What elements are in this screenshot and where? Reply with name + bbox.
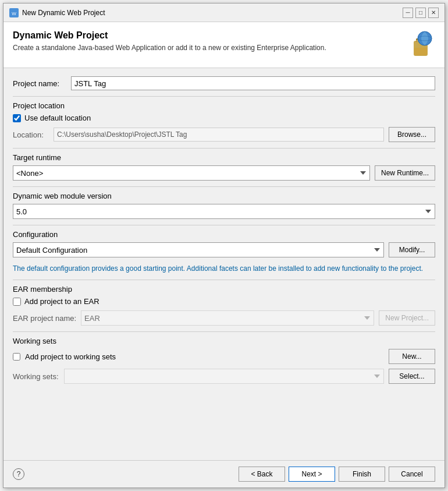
ear-project-name-select: EAR xyxy=(81,310,374,326)
header-section: Dynamic Web Project Create a standalone … xyxy=(3,22,445,68)
finish-button[interactable]: Finish xyxy=(339,467,385,482)
location-label: Location: xyxy=(13,130,54,139)
add-ear-label[interactable]: Add project to an EAR xyxy=(24,297,99,306)
configuration-row: Default Configuration Modify... xyxy=(13,242,435,257)
configuration-section-label: Configuration xyxy=(13,230,435,239)
config-description: The default configuration provides a goo… xyxy=(13,263,435,274)
close-button[interactable]: ✕ xyxy=(428,8,439,18)
module-version-select[interactable]: 5.0 xyxy=(13,204,435,219)
header-description: Create a standalone Java-based Web Appli… xyxy=(13,43,400,53)
ear-project-name-label: EAR project name: xyxy=(13,314,76,323)
add-working-sets-checkbox[interactable] xyxy=(13,353,20,361)
project-location-section-label: Project location xyxy=(13,101,435,110)
add-ear-checkbox[interactable] xyxy=(13,298,21,306)
module-version-row: 5.0 xyxy=(13,204,435,219)
new-project-button: New Project... xyxy=(379,310,435,326)
module-version-section-label: Dynamic web module version xyxy=(13,192,435,200)
target-runtime-section-label: Target runtime xyxy=(13,153,435,162)
footer-left: ? xyxy=(13,468,24,480)
divider-3 xyxy=(13,186,435,187)
divider-2 xyxy=(13,148,435,149)
select-working-sets-button[interactable]: Select... xyxy=(389,369,435,384)
dialog-window: W New Dynamic Web Project ─ □ ✕ Dynamic … xyxy=(3,3,445,488)
add-ear-row: Add project to an EAR xyxy=(13,297,435,306)
target-runtime-row: <None> New Runtime... xyxy=(13,165,435,181)
svg-rect-8 xyxy=(414,48,427,55)
new-runtime-button[interactable]: New Runtime... xyxy=(375,165,435,181)
working-sets-label: Working sets: xyxy=(13,372,59,381)
back-button[interactable]: < Back xyxy=(239,467,285,482)
help-button[interactable]: ? xyxy=(13,468,24,480)
title-bar: W New Dynamic Web Project ─ □ ✕ xyxy=(3,3,445,22)
divider-5 xyxy=(13,280,435,280)
header-icon xyxy=(406,30,435,59)
location-input[interactable] xyxy=(54,128,384,142)
configuration-select[interactable]: Default Configuration xyxy=(13,242,384,257)
title-bar-left: W New Dynamic Web Project xyxy=(9,8,105,17)
browse-button[interactable]: Browse... xyxy=(389,127,435,142)
working-sets-row: Working sets: Select... xyxy=(13,369,435,384)
working-sets-select xyxy=(64,369,384,384)
header-text: Dynamic Web Project Create a standalone … xyxy=(13,30,400,53)
add-working-sets-label[interactable]: Add project to working sets xyxy=(25,352,384,361)
working-sets-section-label: Working sets xyxy=(13,337,435,345)
target-runtime-select[interactable]: <None> xyxy=(13,165,370,181)
ear-project-name-row: EAR project name: EAR New Project... xyxy=(13,310,435,326)
project-name-row: Project name: xyxy=(13,76,435,90)
divider-1 xyxy=(13,96,435,97)
divider-4 xyxy=(13,225,435,225)
header-title: Dynamic Web Project xyxy=(13,30,400,41)
footer: ? < Back Next > Finish Cancel xyxy=(3,460,445,488)
window-controls: ─ □ ✕ xyxy=(403,8,439,18)
window-icon: W xyxy=(9,8,19,17)
divider-6 xyxy=(13,331,435,332)
minimize-button[interactable]: ─ xyxy=(403,8,413,18)
location-row: Location: Browse... xyxy=(13,127,435,142)
add-working-sets-row: Add project to working sets New... xyxy=(13,349,435,364)
form-content: Project name: Project location Use defau… xyxy=(3,68,445,460)
use-default-location-label[interactable]: Use default location xyxy=(24,114,91,122)
maximize-button[interactable]: □ xyxy=(415,8,426,18)
use-default-location-checkbox[interactable] xyxy=(13,114,21,122)
use-default-location-row: Use default location xyxy=(13,114,435,122)
svg-text:W: W xyxy=(12,11,16,16)
footer-right: < Back Next > Finish Cancel xyxy=(239,467,435,482)
ear-section-label: EAR membership xyxy=(13,285,435,294)
next-button[interactable]: Next > xyxy=(289,467,335,482)
cancel-button[interactable]: Cancel xyxy=(389,467,435,482)
modify-button[interactable]: Modify... xyxy=(389,242,435,257)
project-name-input[interactable] xyxy=(71,76,435,90)
project-name-label: Project name: xyxy=(13,79,71,88)
window-title: New Dynamic Web Project xyxy=(22,9,105,17)
new-working-sets-button[interactable]: New... xyxy=(389,349,435,364)
